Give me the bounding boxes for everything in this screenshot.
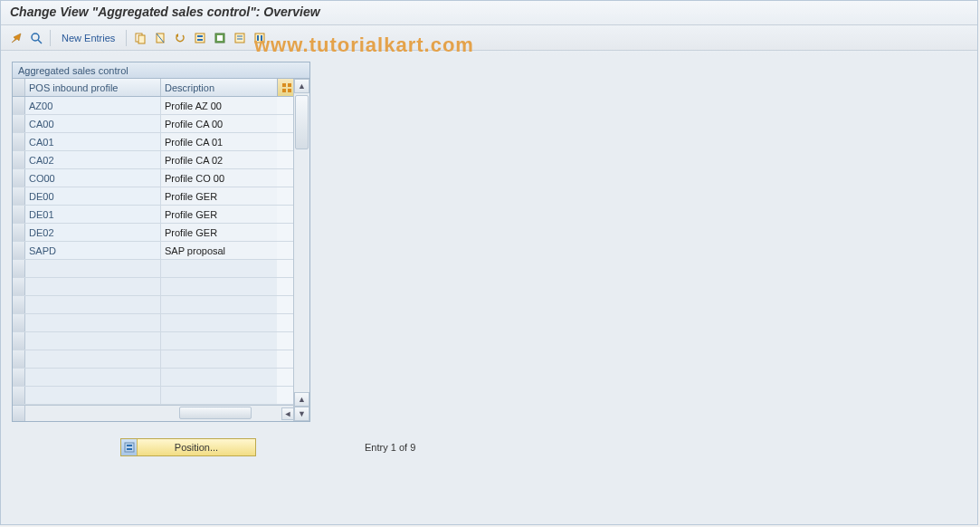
cell-description[interactable]: SAP proposal: [161, 242, 277, 259]
vscroll-up2-icon[interactable]: ▲: [294, 392, 309, 407]
table-row[interactable]: CO00Profile CO 00: [13, 169, 309, 187]
svg-rect-22: [127, 445, 132, 446]
position-label: Position...: [138, 442, 255, 453]
position-button[interactable]: Position...: [120, 438, 256, 456]
content-area: Aggregated sales control POS inbound pro…: [1, 51, 977, 467]
copy-icon[interactable]: [132, 30, 148, 46]
row-selector[interactable]: [13, 350, 25, 368]
hscroll-left-icon[interactable]: ◄: [281, 407, 294, 420]
table-row-empty[interactable]: [13, 260, 309, 278]
svg-rect-7: [197, 35, 203, 37]
cell-profile[interactable]: AZ00: [25, 97, 161, 114]
cell-profile[interactable]: DE02: [25, 224, 161, 241]
cell-description[interactable]: Profile GER: [161, 187, 277, 205]
row-selector[interactable]: [13, 296, 25, 313]
table-row[interactable]: CA00Profile CA 00: [13, 115, 309, 133]
cell-description[interactable]: [161, 387, 277, 404]
row-selector[interactable]: [13, 115, 25, 132]
table-row-empty[interactable]: [13, 369, 309, 387]
table-row-empty[interactable]: [13, 278, 309, 296]
table-row[interactable]: DE02Profile GER: [13, 224, 309, 242]
cell-description[interactable]: Profile CA 02: [161, 151, 277, 168]
column-header-profile[interactable]: POS inbound profile: [25, 79, 161, 96]
select-block-icon[interactable]: [212, 30, 228, 46]
cell-description[interactable]: Profile CO 00: [161, 169, 277, 187]
cell-profile[interactable]: [25, 296, 161, 313]
details-icon[interactable]: [28, 30, 44, 46]
row-selector[interactable]: [13, 387, 25, 404]
row-selector[interactable]: [13, 169, 25, 187]
cell-description[interactable]: [161, 332, 277, 350]
toggle-display-change-icon[interactable]: [8, 30, 24, 46]
cell-description[interactable]: [161, 369, 277, 386]
cell-description[interactable]: Profile GER: [161, 224, 277, 241]
table-row[interactable]: CA02Profile CA 02: [13, 151, 309, 169]
table-row-empty[interactable]: [13, 332, 309, 350]
cell-profile[interactable]: CA02: [25, 151, 161, 168]
cell-description[interactable]: Profile CA 00: [161, 115, 277, 132]
config-icon[interactable]: [252, 30, 268, 46]
row-selector[interactable]: [13, 314, 25, 331]
cell-profile[interactable]: CA01: [25, 133, 161, 150]
delete-icon[interactable]: [152, 30, 168, 46]
cell-profile[interactable]: [25, 278, 161, 295]
cell-profile[interactable]: [25, 387, 161, 404]
table-row[interactable]: DE00Profile GER: [13, 187, 309, 206]
cell-profile[interactable]: CO00: [25, 169, 161, 187]
row-selector[interactable]: [13, 187, 25, 205]
cell-description[interactable]: [161, 314, 277, 331]
row-selector[interactable]: [13, 278, 25, 295]
cell-profile[interactable]: CA00: [25, 115, 161, 132]
svg-line-1: [38, 40, 42, 43]
table-row[interactable]: CA01Profile CA 01: [13, 133, 309, 151]
select-all-icon[interactable]: [192, 30, 208, 46]
cell-profile[interactable]: DE01: [25, 206, 161, 223]
row-selector[interactable]: [13, 224, 25, 241]
vertical-scrollbar[interactable]: ▲ ▲ ▼: [293, 79, 309, 421]
row-selector[interactable]: [13, 332, 25, 350]
cell-profile[interactable]: [25, 369, 161, 386]
cell-description[interactable]: [161, 350, 277, 368]
cell-profile[interactable]: [25, 314, 161, 331]
table-row-empty[interactable]: [13, 296, 309, 314]
column-header-description[interactable]: Description: [161, 79, 277, 96]
row-selector[interactable]: [13, 242, 25, 259]
new-entries-button[interactable]: New Entries: [56, 33, 120, 43]
cell-description[interactable]: Profile AZ 00: [161, 97, 277, 114]
table-row-empty[interactable]: [13, 387, 309, 405]
hscroll-thumb[interactable]: [179, 407, 252, 419]
vscroll-up-icon[interactable]: ▲: [294, 79, 309, 93]
vscroll-thumb[interactable]: [295, 95, 309, 149]
table-row[interactable]: DE01Profile GER: [13, 206, 309, 224]
row-selector[interactable]: [13, 97, 25, 114]
svg-rect-6: [195, 34, 205, 43]
cell-profile[interactable]: SAPD: [25, 242, 161, 259]
row-selector[interactable]: [13, 260, 25, 277]
cell-profile[interactable]: [25, 260, 161, 277]
toolbar-separator: [50, 30, 51, 46]
cell-profile[interactable]: [25, 350, 161, 368]
cell-description[interactable]: [161, 260, 277, 277]
deselect-all-icon[interactable]: [232, 30, 248, 46]
table-row-empty[interactable]: [13, 314, 309, 332]
row-selector[interactable]: [13, 206, 25, 223]
cell-description[interactable]: [161, 278, 277, 295]
table-row-empty[interactable]: [13, 350, 309, 369]
undo-icon[interactable]: [172, 30, 188, 46]
row-selector[interactable]: [13, 151, 25, 168]
svg-rect-23: [127, 448, 132, 450]
table-row[interactable]: SAPDSAP proposal: [13, 242, 309, 260]
select-all-column[interactable]: [13, 79, 25, 96]
cell-description[interactable]: Profile CA 01: [161, 133, 277, 150]
vscroll-down-icon[interactable]: ▼: [294, 407, 309, 421]
row-selector[interactable]: [13, 133, 25, 150]
horizontal-scrollbar[interactable]: ◄ ►: [13, 405, 309, 421]
cell-profile[interactable]: [25, 332, 161, 350]
cell-profile[interactable]: DE00: [25, 187, 161, 205]
row-selector[interactable]: [13, 369, 25, 386]
table-row[interactable]: AZ00Profile AZ 00: [13, 97, 309, 115]
table-header: POS inbound profile Description: [13, 79, 309, 97]
cell-description[interactable]: [161, 296, 277, 313]
cell-description[interactable]: Profile GER: [161, 206, 277, 223]
table-settings-icon[interactable]: [277, 79, 295, 96]
